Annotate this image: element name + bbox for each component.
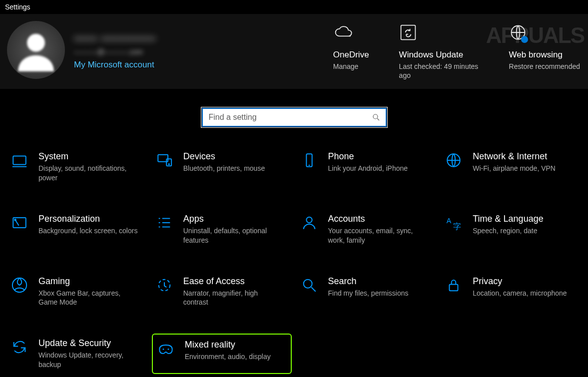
account-email: ––––––@––––––.com	[74, 48, 156, 56]
category-system[interactable]: SystemDisplay, sound, notifications, pow…	[7, 147, 147, 187]
svg-rect-1	[401, 25, 415, 40]
globe-badge-icon	[509, 21, 527, 44]
account-section: ––– ––––––– ––––––@––––––.com My Microso…	[7, 21, 333, 79]
category-desc: Wi-Fi, airplane mode, VPN	[473, 164, 556, 173]
category-desc: Environment, audio, display	[185, 352, 271, 362]
cloud-icon	[333, 21, 355, 44]
system-icon	[10, 151, 28, 169]
settings-header: APPUALS ––– ––––––– ––––––@––––––.com My…	[0, 14, 588, 89]
category-desc: Uninstall, defaults, optional features	[183, 226, 283, 245]
accounts-icon	[300, 214, 318, 232]
svg-line-4	[377, 118, 379, 120]
category-accounts[interactable]: AccountsYour accounts, email, sync, work…	[297, 209, 437, 250]
time-icon	[445, 214, 463, 232]
avatar	[7, 21, 65, 79]
category-search[interactable]: SearchFind my files, permissions	[297, 272, 437, 312]
tile-subtitle: Manage	[333, 62, 359, 71]
privacy-icon	[445, 276, 463, 294]
tile-title: OneDrive	[333, 50, 369, 60]
category-ease[interactable]: Ease of AccessNarrator, magnifier, high …	[152, 272, 292, 312]
svg-point-3	[373, 114, 378, 119]
category-text: Time & LanguageSpeech, region, date	[473, 214, 543, 236]
account-text: ––– ––––––– ––––––@––––––.com My Microso…	[74, 30, 156, 70]
category-desc: Link your Android, iPhone	[328, 164, 408, 173]
category-text: GamingXbox Game Bar, captures, Game Mode	[38, 276, 138, 308]
microsoft-account-link[interactable]: My Microsoft account	[74, 60, 154, 69]
category-title: Privacy	[473, 276, 567, 287]
personalization-icon	[10, 214, 28, 232]
ease-icon	[155, 276, 173, 294]
tile-web-browsing[interactable]: Web browsing Restore recommended	[509, 21, 580, 80]
header-tiles: OneDrive Manage Windows Update Last chec…	[333, 21, 583, 80]
category-desc: Location, camera, microphone	[473, 289, 567, 298]
search-row	[0, 89, 588, 147]
mixed-icon	[157, 340, 175, 358]
category-title: Phone	[328, 151, 408, 162]
category-title: Gaming	[38, 276, 138, 287]
update-icon	[10, 338, 28, 356]
apps-icon	[155, 214, 173, 232]
network-icon	[445, 151, 463, 169]
search-icon	[300, 276, 318, 294]
tile-onedrive[interactable]: OneDrive Manage	[333, 21, 369, 80]
update-icon	[399, 21, 417, 44]
person-icon	[14, 28, 57, 71]
category-phone[interactable]: PhoneLink your Android, iPhone	[297, 147, 437, 187]
tile-title: Windows Update	[399, 50, 464, 60]
category-text: Update & SecurityWindows Update, recover…	[38, 338, 138, 370]
category-title: Search	[328, 276, 409, 287]
category-desc: Narrator, magnifier, high contrast	[183, 289, 283, 308]
category-text: SearchFind my files, permissions	[328, 276, 409, 298]
category-text: AppsUninstall, defaults, optional featur…	[183, 214, 283, 245]
tile-subtitle: Restore recommended	[509, 62, 580, 71]
category-apps[interactable]: AppsUninstall, defaults, optional featur…	[152, 209, 292, 250]
category-title: System	[38, 151, 138, 162]
category-text: DevicesBluetooth, printers, mouse	[183, 151, 265, 173]
category-gaming[interactable]: GamingXbox Game Bar, captures, Game Mode	[7, 272, 147, 312]
category-text: AccountsYour accounts, email, sync, work…	[328, 214, 428, 245]
category-desc: Find my files, permissions	[328, 289, 409, 298]
category-desc: Speech, region, date	[473, 226, 543, 236]
category-text: Network & InternetWi-Fi, airplane mode, …	[473, 151, 556, 173]
category-privacy[interactable]: PrivacyLocation, camera, microphone	[441, 272, 581, 312]
category-text: Mixed realityEnvironment, audio, display	[185, 340, 271, 362]
category-text: SystemDisplay, sound, notifications, pow…	[38, 151, 138, 183]
devices-icon	[155, 151, 173, 169]
category-text: PhoneLink your Android, iPhone	[328, 151, 408, 173]
category-personalization[interactable]: PersonalizationBackground, lock screen, …	[7, 209, 147, 250]
category-text: Ease of AccessNarrator, magnifier, high …	[183, 276, 283, 308]
window-title: Settings	[0, 0, 588, 14]
account-name: ––– –––––––	[74, 30, 156, 46]
category-title: Time & Language	[473, 214, 543, 224]
category-desc: Display, sound, notifications, power	[38, 164, 138, 183]
category-network[interactable]: Network & InternetWi-Fi, airplane mode, …	[441, 147, 581, 187]
category-title: Mixed reality	[185, 340, 271, 350]
category-desc: Your accounts, email, sync, work, family	[328, 226, 428, 245]
svg-point-0	[27, 34, 45, 52]
tile-title: Web browsing	[509, 50, 563, 60]
category-title: Accounts	[328, 214, 428, 224]
category-desc: Background, lock screen, colors	[38, 226, 137, 236]
gaming-icon	[10, 276, 28, 294]
search-icon	[372, 113, 381, 122]
category-title: Personalization	[38, 214, 137, 224]
category-time[interactable]: Time & LanguageSpeech, region, date	[441, 209, 581, 250]
category-update[interactable]: Update & SecurityWindows Update, recover…	[7, 334, 147, 374]
tile-windows-update[interactable]: Windows Update Last checked: 49 minutes …	[399, 21, 479, 80]
search-input[interactable]	[208, 112, 372, 122]
category-title: Apps	[183, 214, 283, 224]
categories-grid: SystemDisplay, sound, notifications, pow…	[0, 147, 588, 374]
category-title: Network & Internet	[473, 151, 556, 162]
category-mixed[interactable]: Mixed realityEnvironment, audio, display	[152, 334, 292, 374]
category-title: Update & Security	[38, 338, 138, 349]
category-title: Devices	[183, 151, 265, 162]
category-desc: Bluetooth, printers, mouse	[183, 164, 265, 173]
category-text: PersonalizationBackground, lock screen, …	[38, 214, 137, 236]
category-text: PrivacyLocation, camera, microphone	[473, 276, 567, 298]
category-devices[interactable]: DevicesBluetooth, printers, mouse	[152, 147, 292, 187]
category-desc: Xbox Game Bar, captures, Game Mode	[38, 289, 138, 308]
search-box[interactable]	[202, 108, 387, 127]
phone-icon	[300, 151, 318, 169]
category-title: Ease of Access	[183, 276, 283, 287]
tile-subtitle: Last checked: 49 minutes ago	[399, 62, 479, 80]
